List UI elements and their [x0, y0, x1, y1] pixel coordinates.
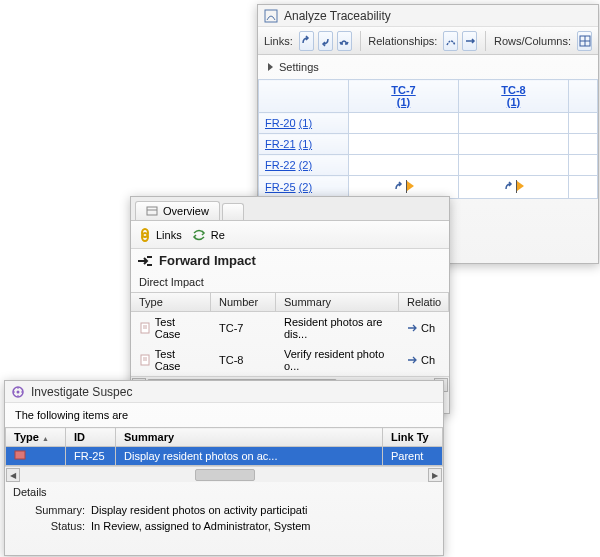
forward-impact-icon — [137, 254, 153, 268]
overview-icon — [146, 205, 158, 217]
traceability-matrix: TC-7 (1) TC-8 (1) FR-20 (1) FR-21 (1) FR… — [258, 79, 598, 199]
toolbar-links-label: Links: — [264, 35, 293, 47]
settings-expander[interactable]: Settings — [258, 55, 598, 79]
chevron-right-icon — [268, 63, 273, 71]
investigate-icon — [11, 385, 25, 399]
matrix-cell[interactable] — [459, 176, 569, 199]
rowscols-button[interactable] — [577, 31, 592, 51]
col-header[interactable]: TC-7 (1) — [349, 80, 459, 113]
col-number[interactable]: Number — [211, 293, 276, 311]
requirement-icon — [14, 450, 26, 460]
links-section[interactable]: Links — [139, 228, 182, 242]
panel-heading: Forward Impact — [131, 249, 449, 272]
testcase-icon — [139, 322, 151, 334]
link-arrow-icon — [393, 180, 405, 192]
investigate-suspect-window: Investigate Suspec The following items a… — [4, 380, 444, 556]
cycle-icon — [192, 229, 206, 241]
traceability-icon — [264, 9, 278, 23]
col-linkty[interactable]: Link Ty — [383, 428, 443, 447]
links-both-button[interactable] — [337, 31, 352, 51]
table-row-selected[interactable]: FR-25 Display resident photos on ac... P… — [6, 447, 443, 466]
links-down-button[interactable] — [318, 31, 333, 51]
detail-status: Status:In Review, assigned to Administra… — [5, 518, 443, 534]
table-row[interactable]: Test Case TC-8 Verify resident photo o..… — [131, 344, 449, 376]
tab-bar: Overview — [131, 197, 449, 221]
links-up-button[interactable] — [299, 31, 314, 51]
sub-toolbar: Links Re — [131, 221, 449, 249]
col-type[interactable]: Type ▲ — [6, 428, 66, 447]
relationships-button-1[interactable] — [443, 31, 458, 51]
title-text: Analyze Traceability — [284, 9, 391, 23]
scroll-thumb[interactable] — [195, 469, 255, 481]
tab-other[interactable] — [222, 203, 244, 220]
horizontal-scrollbar[interactable]: ◀ ▶ — [5, 466, 443, 482]
arrow-right-icon — [407, 324, 417, 332]
toolbar: Links: Relationships: Rows/Columns: — [258, 27, 598, 55]
titlebar: Analyze Traceability — [258, 5, 598, 27]
links-icon — [139, 228, 151, 242]
toolbar-relationships-label: Relationships: — [368, 35, 437, 47]
detail-summary: Summary:Display resident photos on activ… — [5, 502, 443, 518]
row-header[interactable]: FR-20 (1) — [259, 113, 349, 134]
row-header[interactable]: FR-22 (2) — [259, 155, 349, 176]
flag-icon — [517, 181, 524, 191]
intro-text: The following items are — [5, 403, 443, 427]
link-arrow-icon — [503, 180, 515, 192]
table-row[interactable]: Test Case TC-7 Resident photos are dis..… — [131, 312, 449, 344]
col-header[interactable]: TC-8 (1) — [459, 80, 569, 113]
col-type[interactable]: Type — [131, 293, 211, 311]
title-text: Investigate Suspec — [31, 385, 132, 399]
col-id[interactable]: ID — [66, 428, 116, 447]
relationships-button-2[interactable] — [462, 31, 477, 51]
svg-rect-4 — [147, 207, 157, 215]
re-section[interactable]: Re — [192, 229, 225, 241]
svg-point-17 — [17, 390, 20, 393]
separator — [485, 31, 486, 51]
flag-icon — [407, 181, 414, 191]
col-summary[interactable]: Summary — [116, 428, 383, 447]
toolbar-rowscols-label: Rows/Columns: — [494, 35, 571, 47]
grid-header: Type Number Summary Relatio — [131, 292, 449, 312]
scroll-left-button[interactable]: ◀ — [6, 468, 20, 482]
settings-label: Settings — [279, 61, 319, 73]
col-relation[interactable]: Relatio — [399, 293, 449, 311]
titlebar: Investigate Suspec — [5, 381, 443, 403]
arrow-right-icon — [407, 356, 417, 364]
suspect-table: Type ▲ ID Summary Link Ty FR-25 Display … — [5, 427, 443, 466]
svg-rect-18 — [15, 451, 25, 459]
scroll-right-button[interactable]: ▶ — [428, 468, 442, 482]
col-summary[interactable]: Summary — [276, 293, 399, 311]
direct-impact-label: Direct Impact — [131, 272, 449, 292]
separator — [360, 31, 361, 51]
testcase-icon — [139, 354, 151, 366]
row-header[interactable]: FR-21 (1) — [259, 134, 349, 155]
details-label: Details — [5, 482, 443, 502]
tab-overview[interactable]: Overview — [135, 201, 220, 220]
